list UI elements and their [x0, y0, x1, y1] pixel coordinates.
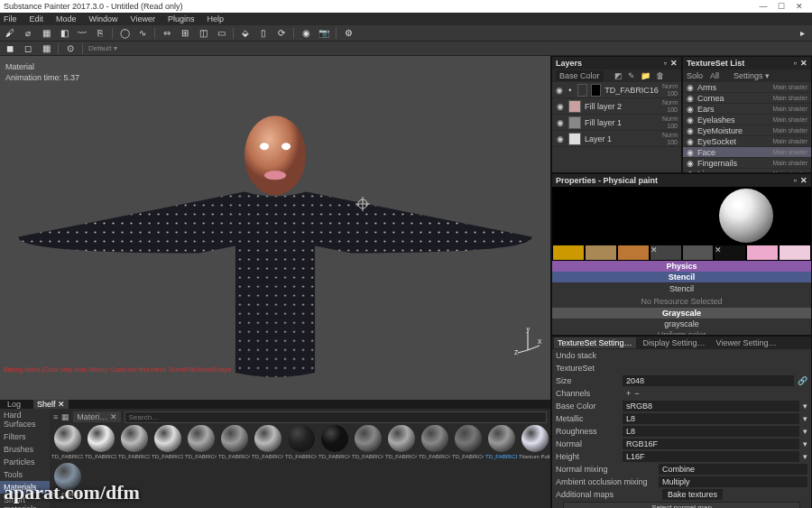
channel-menu-icon[interactable]: ▾: [803, 402, 807, 411]
material-item[interactable]: TD_FABRIC37: [85, 423, 116, 459]
ts-shader[interactable]: Main shader: [772, 95, 807, 101]
ts-shader[interactable]: Main shader: [772, 116, 807, 123]
textureset-row[interactable]: ◉ArmsMain shader: [683, 82, 811, 93]
channel-format[interactable]: RGB16F: [623, 439, 799, 449]
channel-format[interactable]: L8: [623, 413, 799, 424]
textureset-row[interactable]: ◉CorneaMain shader: [683, 93, 811, 104]
tab-log[interactable]: Log: [4, 400, 24, 409]
channel-menu-icon[interactable]: ▾: [803, 414, 807, 423]
rotate-icon[interactable]: ⟳: [275, 27, 288, 40]
swatch-view[interactable]: [552, 245, 585, 261]
normalmix-value[interactable]: Combine: [659, 464, 807, 475]
material-item[interactable]: TD_FABRIC43: [285, 423, 317, 459]
ts-visibility-icon[interactable]: ◉: [687, 105, 694, 114]
shelf-search-input[interactable]: [125, 411, 547, 423]
layer-mask-thumb[interactable]: [591, 84, 601, 97]
layer-name[interactable]: Layer 1: [585, 134, 612, 143]
cat-filters[interactable]: Filters: [0, 430, 50, 443]
cat-tools[interactable]: Tools: [0, 468, 50, 481]
material-preview[interactable]: [682, 187, 812, 245]
ts-shader[interactable]: Main shader: [772, 127, 807, 134]
map-select-button[interactable]: Select normal map: [563, 502, 800, 508]
minimize-button[interactable]: —: [754, 2, 772, 11]
menu-help[interactable]: Help: [207, 14, 224, 23]
prop-undock-icon[interactable]: ▫: [794, 176, 797, 185]
layer-name[interactable]: TD_FABRIC16: [604, 86, 659, 95]
ts-shader[interactable]: Main shader: [772, 138, 807, 144]
channel-format[interactable]: sRGB8: [623, 401, 799, 411]
layer-thumb[interactable]: [568, 133, 581, 145]
layer-visibility-icon[interactable]: ◉: [556, 102, 565, 111]
viewport-3d-icon[interactable]: ◫: [197, 27, 209, 40]
swatch-x1[interactable]: ✕: [650, 245, 682, 261]
tool-polyfill-icon[interactable]: ◧: [58, 27, 70, 40]
layer-row[interactable]: ◉Fill layer 2Norm100: [552, 98, 681, 115]
render-iray-icon[interactable]: ◉: [300, 27, 312, 40]
material-item[interactable]: TD_FABRIC38: [118, 423, 150, 459]
layer-row[interactable]: ◉Fill layer 1Norm100: [552, 115, 681, 131]
ts-all[interactable]: All: [710, 71, 719, 80]
textureset-row[interactable]: ◉EyeSocketMain shader: [683, 136, 811, 147]
channel-format[interactable]: L16F: [623, 451, 799, 462]
swatch-stencil[interactable]: [617, 245, 650, 261]
shelf-subtab[interactable]: Materi… ✕: [73, 411, 121, 422]
layer-thumb[interactable]: [568, 100, 581, 113]
brush-alpha-preview[interactable]: [552, 187, 682, 245]
swatch-basal[interactable]: [682, 245, 715, 261]
layer-name[interactable]: Fill layer 2: [585, 102, 622, 111]
maximize-button[interactable]: ☐: [772, 2, 790, 11]
ts-visibility-icon[interactable]: ◉: [687, 148, 694, 157]
channel-menu-icon[interactable]: ▾: [803, 439, 807, 448]
ts-shader[interactable]: Main shader: [772, 160, 807, 166]
material-item[interactable]: TD_FABRIC39: [152, 423, 183, 459]
textureset-row[interactable]: ◉EyelashesMain shader: [683, 115, 811, 125]
material-item[interactable]: TD_FABRIC44: [318, 423, 350, 459]
perspective-icon[interactable]: ⬙: [239, 27, 252, 40]
tool-smudge-icon[interactable]: 〰: [76, 27, 88, 40]
cat-particles[interactable]: Particles: [0, 456, 50, 468]
ao-value[interactable]: Multiply: [659, 476, 807, 487]
prop-close-icon[interactable]: ✕: [800, 176, 807, 185]
layer-visibility-icon[interactable]: ◉: [556, 118, 565, 127]
textureset-row[interactable]: ◉IrisesMain shader: [683, 169, 811, 172]
menu-plugins[interactable]: Plugins: [168, 14, 195, 23]
material-item[interactable]: TD_FABRIC47: [419, 423, 450, 459]
layer-add-folder-icon[interactable]: 📁: [641, 71, 651, 80]
menu-window[interactable]: Window: [89, 14, 118, 23]
symmetry-icon[interactable]: ⇔: [161, 27, 173, 40]
close-button[interactable]: ✕: [790, 2, 808, 11]
axis-gizmo[interactable]: yxz: [514, 328, 541, 355]
swatch-alpha[interactable]: [585, 245, 617, 261]
swatch-x2[interactable]: ✕: [714, 245, 746, 261]
ts-shader[interactable]: Main shader: [772, 171, 807, 172]
layer-add-fill-icon[interactable]: ◩: [614, 71, 623, 80]
section-grayscale[interactable]: Grayscale: [552, 308, 811, 319]
brush-icon[interactable]: ◯: [118, 27, 131, 40]
shelf-view-grid-icon[interactable]: ▦: [61, 412, 69, 421]
textureset-row[interactable]: ◉FingernailsMain shader: [683, 158, 811, 169]
material-item[interactable]: TD_FABRIC40: [185, 423, 217, 459]
layer-thumb[interactable]: [568, 116, 581, 129]
tab-shelf[interactable]: Shelf ✕: [33, 400, 69, 409]
ts-visibility-icon[interactable]: ◉: [687, 94, 694, 103]
menu-viewer[interactable]: Viewer: [131, 14, 155, 23]
mode-material-icon[interactable]: ◼: [4, 42, 16, 55]
material-item[interactable]: TD_FABRIC41: [218, 423, 250, 459]
channel-menu-icon[interactable]: ▾: [803, 452, 807, 461]
ts-shader[interactable]: Main shader: [772, 149, 807, 155]
layers-close-icon[interactable]: ✕: [670, 59, 678, 68]
ts-visibility-icon[interactable]: ◉: [687, 159, 694, 168]
shelf-view-list-icon[interactable]: ≡: [53, 412, 58, 421]
size-value[interactable]: 2048: [623, 375, 794, 386]
tool-clone-icon[interactable]: ⎘: [94, 27, 106, 40]
camera-icon[interactable]: 📷: [318, 27, 330, 40]
tab-display-settings[interactable]: Display Setting…: [640, 337, 709, 348]
material-item[interactable]: TD_FABRIC45: [352, 423, 383, 459]
layer-add-paint-icon[interactable]: ✎: [628, 71, 635, 80]
tool-eraser-icon[interactable]: ⌀: [22, 27, 34, 40]
material-item[interactable]: TD_FABRIC19: [485, 423, 517, 459]
channel-format[interactable]: L8: [623, 426, 799, 437]
layer-thumb[interactable]: [577, 84, 587, 97]
material-item[interactable]: TD_FABRIC48: [452, 423, 484, 459]
layer-name[interactable]: Fill layer 1: [585, 118, 622, 127]
